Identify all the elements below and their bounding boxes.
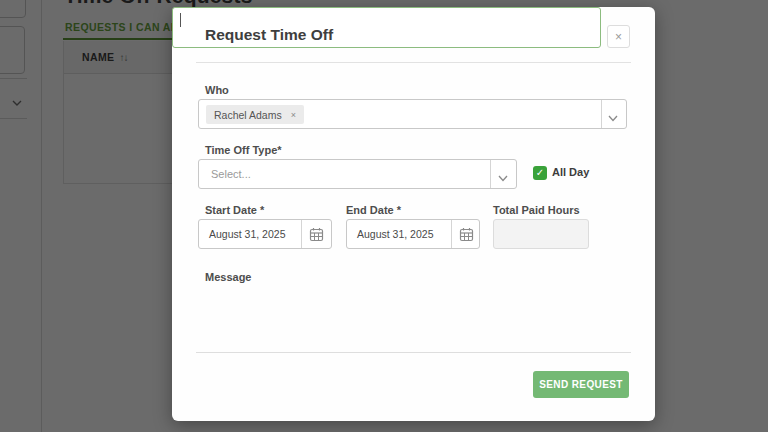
checkmark-icon: ✓ (536, 167, 544, 178)
chip-label: Rachel Adams (214, 109, 282, 121)
calendar-divider (451, 220, 452, 248)
close-icon: × (615, 30, 622, 44)
request-time-off-modal: Request Time Off × Who Rachel Adams × Ti… (172, 7, 655, 421)
end-date-label: End Date * (346, 204, 401, 216)
header-divider (196, 62, 631, 63)
all-day-checkbox[interactable]: ✓ (533, 166, 547, 180)
calendar-divider (301, 220, 302, 248)
modal-title: Request Time Off (205, 26, 333, 44)
selected-person-chip: Rachel Adams × (206, 105, 304, 124)
who-multiselect[interactable]: Rachel Adams × (198, 99, 627, 129)
all-day-label[interactable]: All Day (552, 166, 589, 178)
remove-chip-icon[interactable]: × (291, 110, 296, 120)
total-paid-hours-input (493, 219, 589, 249)
dropdown-divider (490, 160, 491, 188)
calendar-icon[interactable] (309, 227, 324, 246)
dropdown-divider (601, 100, 602, 128)
time-off-type-label: Time Off Type* (205, 144, 282, 156)
screen: Time Off Requests REQUESTS I CAN APPROVE… (0, 0, 768, 432)
start-date-input[interactable]: August 31, 2025 (198, 219, 332, 249)
end-date-input[interactable]: August 31, 2025 (346, 219, 480, 249)
time-off-type-select[interactable]: Select... (198, 159, 517, 189)
end-date-value: August 31, 2025 (357, 228, 433, 240)
total-paid-hours-label: Total Paid Hours (493, 204, 580, 216)
text-cursor (180, 13, 181, 27)
message-label: Message (205, 271, 251, 283)
footer-divider (196, 352, 631, 353)
calendar-icon[interactable] (459, 227, 474, 246)
who-label: Who (205, 84, 229, 96)
close-button[interactable]: × (607, 25, 630, 48)
chevron-down-icon[interactable] (606, 109, 620, 127)
start-date-value: August 31, 2025 (209, 228, 285, 240)
send-request-button[interactable]: SEND REQUEST (533, 371, 629, 398)
select-placeholder: Select... (211, 168, 251, 180)
chevron-down-icon[interactable] (496, 169, 510, 187)
start-date-label: Start Date * (205, 204, 264, 216)
